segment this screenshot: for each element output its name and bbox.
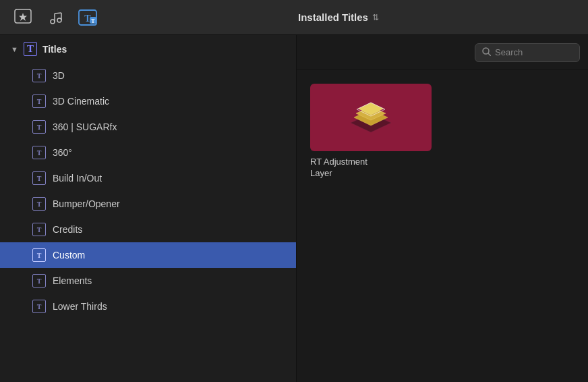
sidebar-item-build-in-out[interactable]: T Build In/Out — [0, 165, 296, 191]
svg-point-3 — [57, 18, 61, 22]
toolbar-title-area[interactable]: Installed Titles ⇅ — [100, 11, 577, 23]
item-type-icon: T — [32, 94, 46, 108]
svg-line-12 — [488, 53, 491, 56]
item-type-icon: T — [32, 120, 46, 134]
sidebar-item-credits[interactable]: T Credits — [0, 217, 296, 242]
sidebar-item-label: 360° — [53, 147, 72, 158]
sidebar-item-label: Bumper/Opener — [53, 198, 120, 209]
sidebar-item-custom[interactable]: T Custom — [0, 242, 296, 268]
thumbnail-rt-adjustment-layer — [310, 84, 432, 151]
sidebar-item-label: Elements — [53, 275, 92, 286]
sidebar: ▼ T Titles T 3D T 3D Cinematic T 360 | S… — [0, 35, 297, 382]
search-input[interactable] — [495, 47, 572, 57]
sidebar-item-360[interactable]: T 360° — [0, 140, 296, 165]
item-type-icon: T — [32, 69, 46, 82]
sidebar-item-label: 360 | SUGARfx — [53, 121, 117, 132]
sidebar-item-3d[interactable]: T 3D — [0, 63, 296, 88]
item-type-icon: T — [32, 146, 46, 159]
svg-line-6 — [55, 13, 61, 13]
search-icon — [482, 47, 491, 58]
toolbar: T T Installed Titles ⇅ — [0, 0, 588, 35]
svg-point-2 — [51, 20, 55, 24]
svg-marker-1 — [19, 13, 27, 21]
item-type-icon: T — [32, 223, 46, 236]
toolbar-title: Installed Titles — [298, 11, 368, 23]
sidebar-item-label: Custom — [53, 250, 85, 261]
expand-arrow-icon: ▼ — [11, 45, 18, 53]
item-type-icon: T — [32, 197, 46, 211]
sidebar-item-label: Build In/Out — [53, 173, 102, 184]
titles-sidebar-icon: T — [24, 42, 37, 56]
sidebar-titles-header[interactable]: ▼ T Titles — [0, 35, 296, 63]
sidebar-item-360-sugarfx[interactable]: T 360 | SUGARfx — [0, 114, 296, 140]
toolbar-icon-group: T T — [11, 5, 100, 30]
sidebar-item-3d-cinematic[interactable]: T 3D Cinematic — [0, 88, 296, 114]
item-type-icon: T — [32, 274, 46, 288]
item-type-icon: T — [32, 248, 46, 262]
svg-text:T: T — [91, 18, 95, 24]
sidebar-root-label: Titles — [42, 44, 67, 55]
right-panel: RT Adjustment Layer — [297, 35, 588, 382]
chevron-updown-icon: ⇅ — [372, 13, 379, 22]
sidebar-item-label: Credits — [53, 224, 82, 235]
titles-icon[interactable]: T T — [76, 5, 100, 30]
sidebar-item-label: 3D Cinematic — [53, 96, 109, 107]
item-type-icon: T — [32, 300, 46, 313]
search-bar-area — [297, 35, 588, 70]
content-item-rt-adjustment-layer[interactable]: RT Adjustment Layer — [310, 84, 432, 180]
sidebar-item-label: 3D — [53, 70, 65, 81]
content-grid: RT Adjustment Layer — [297, 70, 588, 382]
main-content: ▼ T Titles T 3D T 3D Cinematic T 360 | S… — [0, 35, 588, 382]
sidebar-item-label: Lower Thirds — [53, 301, 107, 312]
sidebar-item-lower-thirds[interactable]: T Lower Thirds — [0, 294, 296, 319]
sidebar-item-bumper-opener[interactable]: T Bumper/Opener — [0, 191, 296, 217]
item-type-icon: T — [32, 171, 46, 185]
favorites-icon[interactable] — [11, 5, 35, 30]
search-box[interactable] — [475, 43, 580, 62]
sidebar-item-elements[interactable]: T Elements — [0, 268, 296, 294]
music-themes-icon[interactable] — [43, 5, 67, 30]
content-item-label: RT Adjustment Layer — [310, 157, 368, 180]
